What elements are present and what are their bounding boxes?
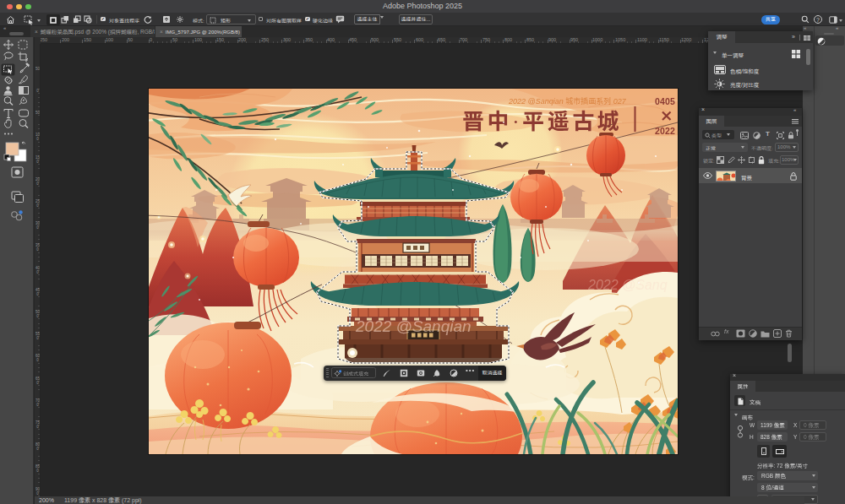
- svg-text:2022 @Sanq: 2022 @Sanq: [587, 278, 668, 292]
- svg-text:0405: 0405: [655, 96, 675, 106]
- svg-text:2022 @Sanqian: 2022 @Sanqian: [355, 317, 472, 335]
- svg-text:晋中·平遥古城: 晋中·平遥古城: [462, 104, 622, 135]
- svg-text:2022: 2022: [655, 126, 675, 136]
